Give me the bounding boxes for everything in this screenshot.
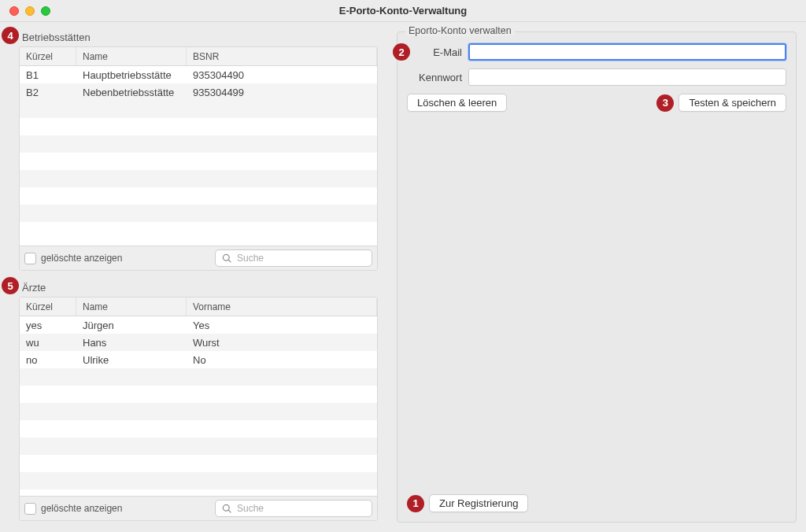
test-save-button[interactable]: Testen & speichern — [678, 94, 786, 112]
table-footer: gelöschte anzeigen — [20, 246, 377, 270]
cell-kuerzel: B2 — [20, 87, 76, 98]
zoom-icon[interactable] — [41, 6, 50, 16]
titlebar: E-Porto-Konto-Verwaltung — [0, 0, 806, 22]
panel-aerzte: 5 Ärzte Kürzel Name Vorname yes Jürgen Y… — [19, 282, 378, 521]
col-header-vorname[interactable]: Vorname — [187, 297, 377, 316]
cell-name: Hans — [76, 337, 187, 349]
panel-betriebsstaetten: 4 Betriebsstätten Kürzel Name BSNR B1 Ha… — [19, 31, 378, 271]
window-title: E-Porto-Konto-Verwaltung — [339, 5, 468, 17]
password-label: Kennwort — [407, 72, 462, 83]
table-header: Kürzel Name BSNR — [20, 47, 377, 66]
account-groupbox: Eporto-Konto verwalten 2 E-Mail Kennwort… — [397, 31, 797, 523]
col-header-name[interactable]: Name — [76, 297, 187, 316]
badge-3: 3 — [656, 94, 674, 112]
search-input[interactable] — [237, 253, 365, 264]
close-icon[interactable] — [9, 6, 19, 16]
show-deleted-check[interactable]: gelöschte anzeigen — [24, 253, 122, 264]
cell-kuerzel: no — [20, 354, 76, 366]
traffic-lights — [9, 6, 50, 16]
panel-label-betriebsstaetten: Betriebsstätten — [22, 31, 378, 43]
col-header-kuerzel[interactable]: Kürzel — [20, 297, 76, 316]
table-row[interactable]: B1 Hauptbetriebsstätte 935304490 — [20, 66, 377, 83]
cell-vorname: Yes — [187, 320, 377, 331]
cell-name: Ulrike — [76, 354, 187, 366]
show-deleted-label: gelöschte anzeigen — [41, 253, 122, 264]
groupbox-title: Eporto-Konto verwalten — [405, 25, 515, 36]
cell-bsnr: 935304490 — [187, 69, 377, 81]
search-input[interactable] — [237, 503, 365, 514]
table-body: B1 Hauptbetriebsstätte 935304490 B2 Nebe… — [20, 66, 377, 246]
table-footer: gelöschte anzeigen — [20, 496, 377, 520]
table-row[interactable]: yes Jürgen Yes — [20, 316, 377, 334]
table-row[interactable]: wu Hans Wurst — [20, 334, 377, 351]
table-row[interactable]: no Ulrike No — [20, 351, 377, 368]
col-header-kuerzel[interactable]: Kürzel — [20, 47, 76, 65]
col-header-bsnr[interactable]: BSNR — [187, 47, 377, 65]
badge-5: 5 — [2, 277, 19, 294]
checkbox-icon[interactable] — [24, 253, 36, 264]
empty-rows — [20, 368, 377, 490]
email-field[interactable] — [468, 43, 786, 61]
cell-name: Hauptbetriebsstätte — [76, 69, 187, 81]
checkbox-icon[interactable] — [24, 503, 36, 515]
table-body: yes Jürgen Yes wu Hans Wurst no Ulrike N… — [20, 316, 377, 496]
col-header-name[interactable]: Name — [76, 47, 187, 65]
search-input-wrap[interactable] — [215, 249, 372, 267]
cell-vorname: Wurst — [187, 337, 377, 349]
table-betriebsstaetten: Kürzel Name BSNR B1 Hauptbetriebsstätte … — [19, 46, 378, 271]
search-icon — [222, 253, 232, 264]
table-aerzte: Kürzel Name Vorname yes Jürgen Yes wu Ha… — [19, 297, 378, 521]
panel-label-aerzte: Ärzte — [22, 282, 378, 294]
empty-rows — [20, 101, 377, 239]
cell-kuerzel: wu — [20, 337, 76, 349]
register-button[interactable]: Zur Registrierung — [429, 494, 528, 512]
delete-clear-button[interactable]: Löschen & leeren — [407, 94, 507, 112]
badge-4: 4 — [2, 27, 19, 44]
show-deleted-check[interactable]: gelöschte anzeigen — [24, 503, 122, 515]
search-input-wrap[interactable] — [215, 500, 372, 517]
table-header: Kürzel Name Vorname — [20, 297, 377, 316]
minimize-icon[interactable] — [25, 6, 35, 16]
show-deleted-label: gelöschte anzeigen — [41, 503, 122, 514]
cell-bsnr: 935304499 — [187, 87, 377, 98]
search-icon — [222, 504, 232, 514]
cell-name: Jürgen — [76, 320, 187, 331]
email-label: E-Mail — [407, 46, 462, 58]
cell-name: Nebenbetriebsstätte — [76, 87, 187, 98]
badge-2: 2 — [393, 43, 410, 61]
cell-kuerzel: B1 — [20, 69, 76, 81]
cell-vorname: No — [187, 354, 377, 366]
badge-1: 1 — [407, 495, 424, 512]
cell-kuerzel: yes — [20, 320, 76, 331]
password-field[interactable] — [468, 68, 786, 86]
table-row[interactable]: B2 Nebenbetriebsstätte 935304499 — [20, 83, 377, 101]
